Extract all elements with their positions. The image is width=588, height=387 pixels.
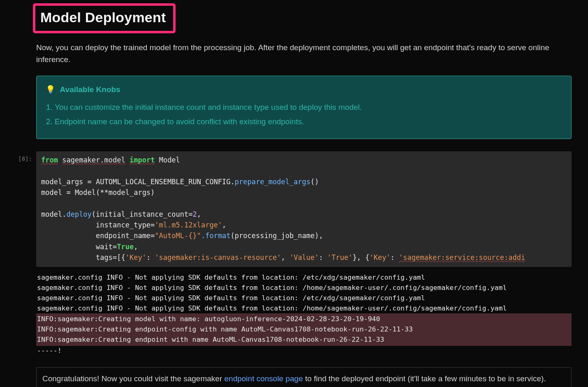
code-token: 'Key' — [125, 253, 146, 262]
output-line: sagemaker.config INFO - Not applying SDK… — [37, 284, 507, 292]
code-token: 'Value' — [289, 253, 319, 262]
code-token: 'ml.m5.12xlarge' — [155, 221, 222, 229]
code-token: from — [41, 156, 58, 164]
callout-title-text: Available Knobs — [60, 85, 120, 94]
output-line: sagemaker.config INFO - Not applying SDK… — [37, 294, 425, 302]
code-token: endpoint_name= — [41, 232, 155, 240]
output-line: sagemaker.config INFO - Not applying SDK… — [37, 273, 425, 281]
cell-output: sagemaker.config INFO - Not applying SDK… — [36, 271, 572, 356]
code-token: : — [319, 253, 327, 262]
output-line: -----! — [37, 347, 62, 355]
code-token: model_args = AUTOML_LOCAL_ENSEMBLE_RUN_C… — [41, 178, 235, 186]
callout-title: 💡 Available Knobs — [46, 83, 563, 95]
section-description: Now, you can deploy the trained model fr… — [36, 42, 570, 66]
code-token: prepare_model_args — [235, 178, 310, 186]
code-token: : — [146, 253, 155, 262]
code-token: tags=[{ — [41, 253, 125, 262]
code-token: model. — [41, 210, 66, 218]
code-token: (processing_job_name), — [231, 232, 323, 240]
output-line: INFO:sagemaker:Creating endpoint with na… — [37, 336, 384, 343]
cell-prompt: [8]: — [2, 151, 36, 164]
output-line: sagemaker.config INFO - Not applying SDK… — [37, 304, 507, 312]
code-token: sagemaker.model — [62, 156, 125, 164]
markdown-cell: Congratulations! Now you could visit the… — [36, 367, 572, 387]
code-cell-row: [8]: from sagemaker.model import Model m… — [36, 151, 572, 267]
code-token: True — [117, 243, 134, 251]
code-token: import — [130, 156, 155, 164]
code-token: 'sagemaker:service:source:addi — [399, 253, 525, 262]
code-token: Model — [159, 156, 180, 164]
code-token: 'Key' — [369, 253, 390, 262]
code-token: .format — [201, 232, 231, 240]
output-line: INFO:sagemaker:Creating endpoint-config … — [37, 325, 413, 333]
available-knobs-callout: 💡 Available Knobs You can customize the … — [36, 76, 572, 139]
code-cell[interactable]: from sagemaker.model import Model model_… — [36, 151, 572, 267]
code-token: (initial_instance_count= — [92, 210, 193, 218]
code-token: instance_type= — [41, 221, 155, 229]
output-line: INFO:sagemaker:Creating model with name:… — [37, 315, 380, 323]
code-token: 'sagemaker:is-canvas-resource' — [155, 253, 281, 262]
code-token: model = Model(**model_args) — [41, 188, 155, 197]
code-token: }, { — [352, 253, 369, 262]
code-token: : — [391, 253, 399, 262]
code-token: 'True' — [327, 253, 352, 262]
markdown-text: Congratulations! Now you could visit the… — [42, 374, 225, 383]
code-token: deploy — [66, 210, 91, 218]
endpoint-console-link[interactable]: endpoint console page — [225, 374, 303, 383]
section-heading-highlight: Model Deployment — [33, 3, 176, 33]
lightbulb-icon: 💡 — [46, 85, 56, 94]
output-line-highlighted: INFO:sagemaker:Creating model with name:… — [36, 313, 572, 345]
code-token: , — [281, 253, 289, 262]
callout-item: You can customize the initial instance c… — [55, 101, 563, 113]
callout-item: Endpoint name can be changed to avoid co… — [55, 116, 563, 127]
callout-list: You can customize the initial instance c… — [55, 101, 563, 128]
markdown-text: to find the deployed endpoint (it'll tak… — [303, 374, 546, 383]
code-token: 2 — [192, 210, 197, 218]
section-title: Model Deployment — [40, 7, 166, 28]
code-token: wait= — [41, 243, 117, 251]
code-token: "AutoML-{}" — [155, 232, 201, 240]
code-token: () — [310, 178, 319, 186]
